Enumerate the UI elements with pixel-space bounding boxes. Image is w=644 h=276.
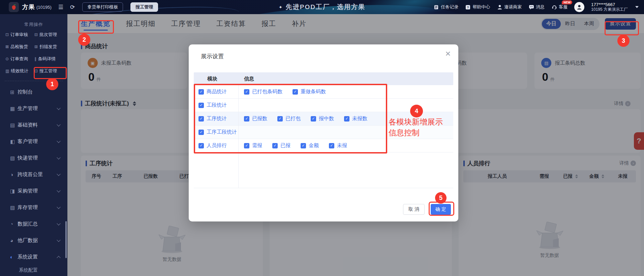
report-management-button[interactable]: 报工管理: [130, 2, 158, 12]
chevron-down-icon: [57, 106, 60, 110]
display-settings-modal: 展示设置 ✕ 模块 信息 ✓商品统计 ✓已打包条码数 ✓重做条码数 ✓工段统计 …: [189, 44, 458, 221]
nav-messages[interactable]: 消息: [528, 4, 545, 10]
quick-item-performance-stats[interactable]: ▥绩效统计: [5, 67, 34, 75]
nav-invite-merchant[interactable]: 邀请商家: [497, 4, 522, 10]
sidebar-item-console[interactable]: ⊞控制台: [0, 84, 67, 100]
inventory-icon: ▨: [10, 205, 18, 211]
quick-item-barcode-detail[interactable]: ∥条码详情: [34, 55, 63, 63]
checkbox-checked-icon: ✓: [244, 116, 249, 122]
sidebar-item-production[interactable]: ▦生产管理: [0, 100, 67, 117]
table-row-product-stats: ✓商品统计 ✓已打包条码数 ✓重做条码数: [194, 85, 453, 99]
apple-logo-icon: [10, 4, 17, 10]
info-checkbox[interactable]: ✓未报: [329, 142, 347, 149]
order-audit-icon: ⊡: [5, 32, 9, 37]
info-checkbox[interactable]: ✓需报: [244, 142, 262, 149]
svg-text:?: ?: [467, 5, 469, 9]
checkbox-checked-icon: ✓: [244, 89, 249, 95]
checkbox-checked-icon: ✓: [272, 143, 278, 148]
nav-task-record[interactable]: 任务记录: [433, 4, 458, 10]
chevron-down-icon: [57, 172, 60, 176]
info-checkbox[interactable]: ✓已打包条码数: [244, 89, 282, 95]
quality-check-icon: ⊠: [5, 44, 9, 49]
sidebar-item-express[interactable]: ▧快递管理: [0, 150, 67, 166]
sidebar-item-data-summary[interactable]: ◔数据汇总: [0, 216, 67, 232]
customers-icon: ◧: [10, 139, 18, 145]
data-summary-icon: ◔: [10, 221, 18, 227]
info-checkbox[interactable]: ✓金额: [301, 142, 319, 149]
collapse-menu-icon[interactable]: ☰: [58, 4, 63, 11]
purchasing-icon: ◨: [10, 188, 18, 194]
nav-help-center[interactable]: ? 帮助中心: [465, 4, 490, 10]
refresh-icon[interactable]: ⟳: [70, 4, 75, 11]
task-record-icon: [433, 4, 439, 10]
crossborder-icon: ◑: [10, 172, 18, 177]
user-phone: 177****5667: [591, 2, 628, 7]
quick-item-order-audit[interactable]: ⊡订单审核: [5, 31, 34, 38]
checkbox-checked-icon: ✓: [198, 89, 204, 95]
sidebar-item-inventory[interactable]: ▨库存管理: [0, 199, 67, 216]
sidebar: 常用操作 ⊡订单审核 ⊟批次管理 ⊠品检验货 ⊞扫描发货 ⊙订单查询 ∥条码详情…: [0, 14, 67, 276]
chevron-down-icon: [57, 123, 60, 126]
info-checkbox[interactable]: ✓已打包: [277, 115, 301, 122]
info-checkbox[interactable]: ✓已报: [272, 142, 290, 149]
checkbox-checked-icon: ✓: [198, 116, 204, 122]
help-center-icon: ?: [465, 4, 471, 10]
module-checkbox[interactable]: ✓工序统计: [198, 115, 227, 122]
quick-item-scan-ship[interactable]: ⊞扫描发货: [34, 43, 63, 50]
checkbox-checked-icon: ✓: [198, 103, 204, 108]
chevron-down-icon: [57, 188, 60, 192]
confirm-button[interactable]: 确 定: [431, 204, 451, 215]
sidebar-item-crossborder[interactable]: ◑跨境首公里: [0, 166, 67, 183]
sidebar-item-system-settings[interactable]: ◐系统设置: [0, 249, 67, 265]
table-row-personnel-ranking: ✓人员排行 ✓需报 ✓已报 ✓金额 ✓未报: [194, 139, 453, 152]
sidebar-subitem-system-config[interactable]: 系统配置: [0, 265, 67, 275]
sidebar-item-basic-data[interactable]: ▤基础资料: [0, 117, 67, 133]
info-checkbox[interactable]: ✓重做条码数: [293, 89, 326, 95]
info-checkbox[interactable]: ✓报中数: [311, 115, 334, 122]
performance-stats-icon: ▥: [5, 69, 9, 73]
chevron-up-icon: [57, 256, 60, 260]
checkbox-checked-icon: ✓: [344, 116, 349, 122]
quick-item-order-query[interactable]: ⊙订单查询: [5, 55, 34, 63]
module-checkbox[interactable]: ✓人员排行: [198, 142, 227, 149]
nav-customer-service[interactable]: NEW 客服: [551, 4, 568, 10]
checkbox-checked-icon: ✓: [329, 143, 334, 148]
sidebar-item-customers[interactable]: ◧客户管理: [0, 133, 67, 150]
sidebar-scrollbar-thumb[interactable]: [65, 221, 67, 258]
quick-actions-grid: ⊡订单审核 ⊟批次管理 ⊠品检验货 ⊞扫描发货 ⊙订单查询 ∥条码详情 ▥绩效统…: [0, 28, 67, 75]
console-icon: ⊞: [10, 89, 18, 95]
info-checkbox[interactable]: ✓未报数: [344, 115, 367, 122]
table-row-process-stats: ✓工序统计 ✓已报数 ✓已打包 ✓报中数 ✓未报数: [194, 112, 453, 126]
express-icon: ▧: [10, 155, 18, 161]
quick-item-report-management[interactable]: ⊡报工管理: [34, 67, 63, 75]
quick-item-batch-management[interactable]: ⊟批次管理: [34, 31, 63, 38]
pickup-print-template-button[interactable]: 拿货单打印模板: [82, 2, 123, 12]
app-logo: [9, 2, 19, 12]
modal-table-header: 模块 信息: [194, 72, 453, 85]
sidebar-item-other-factory[interactable]: ◕他厂数据: [0, 232, 67, 249]
user-dropdown-caret-icon[interactable]: [635, 6, 639, 8]
module-checkbox[interactable]: ✓工序工段统计: [198, 129, 237, 135]
user-info[interactable]: 177****5667 10195 方果演示工厂: [591, 2, 628, 12]
app-window: 方果 (10195) ☰ ⟳ 拿货单打印模板 报工管理 ✦ 先进POD工厂，选用…: [0, 0, 644, 276]
modal-settings-table: 模块 信息 ✓商品统计 ✓已打包条码数 ✓重做条码数 ✓工段统计 ✓工序统计 ✓…: [194, 72, 453, 188]
invite-merchant-icon: [497, 4, 502, 10]
close-icon[interactable]: ✕: [445, 50, 451, 58]
message-icon: [528, 4, 534, 10]
quick-item-quality-check[interactable]: ⊠品检验货: [5, 43, 34, 50]
module-checkbox[interactable]: ✓商品统计: [198, 89, 227, 95]
chevron-down-icon: [57, 139, 60, 143]
sidebar-item-purchasing[interactable]: ◨采购管理: [0, 183, 67, 199]
user-avatar[interactable]: [574, 2, 584, 12]
app-header: 方果 (10195) ☰ ⟳ 拿货单打印模板 报工管理 ✦ 先进POD工厂，选用…: [0, 0, 644, 14]
sidebar-menu: ⊞控制台 ▦生产管理 ▤基础资料 ◧客户管理 ▧快递管理 ◑跨境首公里 ◨采购管…: [0, 84, 67, 275]
modal-table-empty-area: [194, 152, 453, 188]
order-query-icon: ⊙: [5, 57, 9, 61]
module-checkbox[interactable]: ✓工段统计: [198, 102, 227, 108]
checkbox-checked-icon: ✓: [198, 143, 204, 148]
chevron-down-icon: [57, 156, 60, 159]
checkbox-checked-icon: ✓: [277, 116, 283, 122]
cancel-button[interactable]: 取 消: [403, 204, 425, 215]
info-checkbox[interactable]: ✓已报数: [244, 115, 267, 122]
table-row-segment-stats: ✓工段统计: [194, 99, 453, 112]
